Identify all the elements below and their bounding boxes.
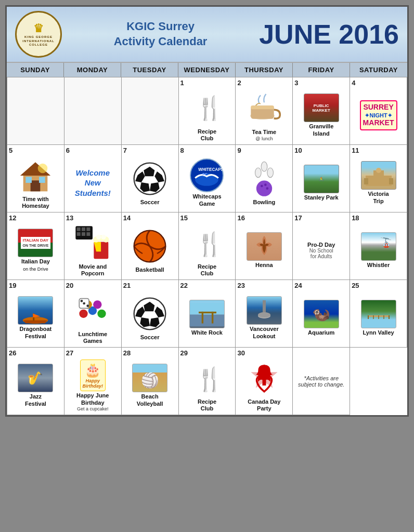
label-day-1: RecipeClub [198, 128, 216, 142]
label-day-12: Italian Dayon the Drive [21, 258, 50, 272]
header-tuesday: TUESDAY [121, 63, 178, 77]
day-number-17: 17 [294, 214, 302, 222]
cell-day-18: 18 🚡 Whistler [350, 212, 407, 280]
day-number-6: 6 [66, 147, 70, 154]
cell-day-27: 27 🎂 HappyBirthday! Happy JuneBirthday G… [64, 348, 122, 415]
day-number-15: 15 [180, 214, 188, 222]
cell-day-26: 26 🎷 JazzFestival [7, 348, 64, 415]
activities-note: *Activities are subject to change. [294, 373, 348, 390]
day-number-26: 26 [9, 349, 16, 357]
day-number-9: 9 [237, 147, 241, 154]
cell-day-24: 24 🦦 Aquarium [293, 280, 350, 348]
granville-photo: PUBLICMARKET [304, 94, 339, 122]
header-monday: MONDAY [64, 63, 121, 77]
recipe-icon-29: 🍴 [189, 360, 225, 396]
label-day-19: DragonboatFestival [20, 326, 52, 339]
label-day-15: RecipeClub [198, 263, 216, 277]
soccer-icon-21 [132, 296, 168, 332]
day-number-8: 8 [180, 147, 184, 154]
surrey-night-market-label: SURREY ✦NIGHT✦ MARKET [360, 100, 397, 130]
svg-rect-68 [199, 312, 216, 313]
label-day-18: Whistler [367, 262, 390, 269]
italian-day-badge: ITALIAN DAYON THE DRIVE [18, 229, 53, 257]
cell-day-22: 22 White Rock [179, 280, 236, 348]
welcome-label: WelcomeNewStudents! [75, 168, 111, 198]
label-day-24: Aquarium [308, 329, 334, 336]
day-number-13: 13 [66, 214, 73, 222]
svg-point-25 [264, 184, 267, 187]
crown-icon: ♛ [22, 22, 55, 35]
svg-point-58 [83, 302, 86, 304]
cell-empty-2 [64, 77, 122, 145]
recipe-icon-1: 🍴 [189, 90, 225, 126]
aquarium-photo: 🦦 [304, 300, 339, 328]
prod-day-label: Pro-D Day [307, 242, 335, 248]
svg-rect-66 [190, 314, 225, 326]
beach-volleyball-photo: 🏐 [132, 364, 167, 392]
svg-rect-3 [251, 106, 274, 110]
cell-day-17: 17 Pro-D Day No Schoolfor Adults [293, 212, 350, 280]
svg-point-72 [258, 312, 270, 317]
cell-day-20: 20 [64, 280, 122, 348]
header-wednesday: WEDNESDAY [178, 63, 236, 77]
svg-rect-34 [82, 227, 85, 231]
day-number-18: 18 [352, 214, 359, 222]
day-number-23: 23 [237, 282, 244, 289]
label-day-23: VancouverLookout [250, 326, 279, 339]
cell-day-19: 19 DragonboatFestival [7, 280, 64, 348]
cell-day-5: 5 Time withHomestay [7, 145, 64, 212]
svg-rect-36 [77, 232, 81, 236]
day-number-30: 30 [237, 349, 244, 357]
svg-point-52 [98, 309, 106, 317]
day-number-24: 24 [294, 282, 302, 289]
svg-text:🍴: 🍴 [196, 231, 224, 258]
svg-rect-7 [26, 177, 32, 183]
cell-day-25: 25 Lynn Valley [350, 280, 407, 348]
svg-rect-69 [212, 312, 213, 324]
svg-point-24 [261, 185, 263, 188]
cell-note: *Activities are subject to change. [293, 348, 350, 415]
cell-day-13: 13 [64, 212, 122, 280]
movie-popcorn-icon [74, 225, 111, 261]
vancouver-lookout-photo [247, 296, 282, 325]
label-day-22: White Rock [191, 329, 223, 336]
label-day-30: Canada DayParty [248, 398, 280, 412]
cell-empty-1 [7, 77, 64, 145]
label-day-9: Bowling [253, 199, 275, 206]
canada-day-icon [246, 360, 282, 396]
header-text: KGIC Surrey Activity Calendar [62, 19, 259, 49]
day-headers: SUNDAY MONDAY TUESDAY WEDNESDAY THURSDAY… [7, 63, 407, 77]
svg-text:🍴: 🍴 [196, 95, 224, 122]
svg-rect-37 [82, 232, 85, 236]
day-number-27: 27 [66, 349, 73, 357]
prod-day-sublabel: No Schoolfor Adults [309, 248, 333, 259]
day-number-3: 3 [294, 79, 298, 87]
cell-day-30: 30 Canada DayParty [236, 348, 293, 415]
basketball-icon [132, 228, 168, 264]
day-number-5: 5 [9, 147, 12, 154]
cell-day-29: 29 🍴 RecipeClub [179, 348, 236, 415]
jazz-photo: 🎷 [18, 364, 53, 392]
day-number-28: 28 [123, 349, 131, 357]
svg-point-9 [38, 163, 48, 173]
svg-rect-30 [364, 178, 368, 184]
day-number-14: 14 [123, 214, 131, 222]
cell-day-12: 12 ITALIAN DAYON THE DRIVE Italian Dayon… [7, 212, 64, 280]
svg-point-26 [266, 188, 268, 190]
label-day-16: Henna [255, 262, 273, 269]
svg-rect-33 [77, 227, 81, 231]
day-number-10: 10 [294, 147, 302, 154]
henna-photo [247, 232, 282, 261]
whitecaps-logo: WHITECAPS FC [190, 158, 224, 192]
day-number-16: 16 [237, 214, 244, 222]
day-number-22: 22 [180, 282, 188, 289]
day-number-11: 11 [352, 147, 359, 154]
sublabel-day-27: Get a cupcake! [77, 406, 109, 411]
svg-point-57 [87, 304, 89, 307]
logo-text: KING GEORGEINTERNATIONALCOLLEGE [22, 35, 55, 47]
svg-rect-31 [389, 178, 393, 184]
logo: ♛ KING GEORGEINTERNATIONALCOLLEGE [15, 11, 62, 58]
header-friday: FRIDAY [293, 63, 350, 77]
svg-point-20 [261, 162, 267, 172]
svg-rect-35 [87, 227, 90, 231]
